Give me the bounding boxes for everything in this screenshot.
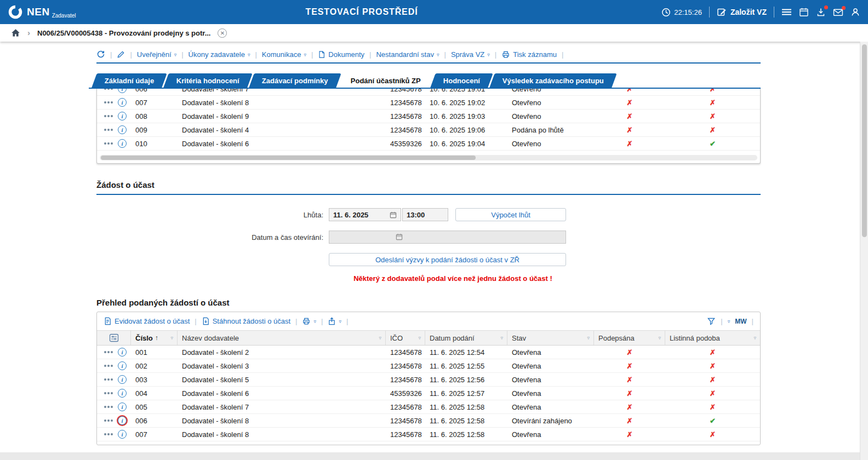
table-row: i001Dodavatel - školení 21234567811. 6. … — [97, 346, 760, 359]
cell-datum-podani: 11. 6. 2025 12:57 — [425, 389, 507, 398]
cell-cislo: 006 — [131, 417, 178, 425]
print-table-button[interactable]: ▿ — [302, 317, 316, 325]
info-button[interactable]: i — [118, 403, 127, 411]
mail-icon[interactable] — [833, 8, 843, 17]
filter-caret-icon[interactable]: ▿ — [379, 335, 381, 341]
tab-4-active[interactable]: Podání účastníků ZP — [338, 73, 433, 88]
tab-1[interactable]: Základní údaje — [92, 73, 167, 88]
tab-label: Základní údaje — [105, 77, 154, 85]
nen-logo[interactable]: NEN Zadavatel — [8, 4, 76, 20]
record-action-5[interactable]: Nestandardní stav▿ — [376, 50, 439, 59]
request-form: Lhůta: 11. 6. 2025 13:00 Výpočet lhůt Da… — [96, 208, 761, 266]
info-button-highlighted[interactable]: i — [118, 416, 127, 425]
create-vz-button[interactable]: Založit VZ — [717, 7, 767, 17]
home-icon[interactable] — [11, 28, 20, 37]
filter-icon[interactable] — [707, 317, 716, 325]
more-actions-button[interactable] — [104, 390, 113, 396]
cell-nazev-dodavatele: Dodavatel - školení 7 — [178, 403, 386, 411]
record-action-3[interactable]: Komunikace▿ — [262, 50, 306, 59]
deadline-time-input[interactable]: 13:00 — [402, 208, 448, 221]
info-button[interactable]: i — [118, 389, 127, 398]
more-actions-button[interactable] — [104, 376, 113, 383]
table-settings-button[interactable] — [97, 331, 131, 345]
more-actions-button[interactable] — [104, 89, 113, 92]
download-requests-button[interactable]: Stáhnout žádosti o účast — [202, 317, 290, 325]
register-request-button[interactable]: Evidovat žádost o účast — [104, 317, 190, 325]
calendar-icon[interactable] — [799, 7, 809, 17]
close-record-icon[interactable]: ✕ — [218, 28, 227, 38]
cross-icon: ✗ — [710, 376, 716, 384]
user-icon[interactable] — [850, 7, 860, 17]
cross-icon: ✗ — [627, 140, 633, 148]
more-actions-button[interactable] — [104, 363, 113, 369]
info-button[interactable]: i — [118, 375, 127, 384]
table-row: i009Dodavatel - školení 41234567810. 6. … — [97, 123, 760, 137]
calendar-picker-icon[interactable] — [390, 211, 397, 219]
download-requests-label: Stáhnout žádosti o účast — [213, 317, 290, 325]
view-code[interactable]: MW — [735, 318, 746, 325]
info-button[interactable]: i — [118, 125, 127, 134]
column-header-datum[interactable]: Datum podání ▿ — [425, 331, 507, 345]
tab-label: Podání účastníků ZP — [351, 77, 421, 85]
separator: | — [495, 50, 496, 59]
view-chevron-icon[interactable]: ▿ — [728, 319, 730, 324]
send-invitation-button[interactable]: Odeslání výzvy k podání žádosti o účast … — [329, 253, 566, 266]
more-actions-button[interactable] — [104, 127, 113, 133]
column-header-listinna[interactable]: Listinná podoba ▿ — [665, 331, 760, 345]
more-actions-button[interactable] — [104, 431, 113, 438]
download-icon[interactable] — [816, 7, 826, 17]
filter-caret-icon[interactable]: ▿ — [500, 335, 503, 341]
export-table-button[interactable]: ▿ — [328, 317, 341, 325]
filter-caret-icon[interactable]: ▿ — [587, 335, 590, 341]
breadcrumb-record[interactable]: N006/25/V00005438 - Provozování prodejny… — [37, 29, 210, 37]
filter-caret-icon[interactable]: ▿ — [418, 335, 421, 341]
info-button[interactable]: i — [118, 112, 127, 120]
record-action-4[interactable]: Dokumenty — [318, 50, 364, 59]
tab-5[interactable]: Hodnocení — [430, 73, 493, 88]
filter-caret-icon[interactable]: ▿ — [753, 335, 756, 341]
tab-6[interactable]: Výsledek zadávacího postupu — [489, 73, 616, 88]
cell-listinna-podoba: ✗ — [665, 112, 760, 120]
compute-deadlines-button[interactable]: Výpočet lhůt — [455, 208, 566, 221]
chevron-down-icon: ▿ — [339, 319, 341, 324]
deadline-date-input[interactable]: 11. 6. 2025 — [329, 208, 401, 221]
table-header-row: Číslo ↑ ▿ Název dodavatele ▿ IČO ▿ Datum… — [97, 330, 760, 346]
info-button[interactable]: i — [118, 139, 127, 148]
column-header-cislo[interactable]: Číslo ↑ ▿ — [131, 331, 178, 345]
history-icon[interactable] — [96, 50, 105, 59]
info-button[interactable]: i — [118, 89, 127, 93]
horizontal-scrollbar[interactable] — [100, 155, 757, 160]
menu-icon[interactable] — [781, 8, 792, 16]
app-header: NEN Zadavatel TESTOVACÍ PROSTŘEDÍ 22:15:… — [0, 0, 868, 24]
column-header-podepsana[interactable]: Podepsána ▿ — [594, 331, 665, 345]
opening-datetime-input[interactable] — [329, 231, 566, 244]
more-actions-button[interactable] — [104, 417, 113, 424]
table-row: i007Dodavatel - školení 81234567811. 6. … — [97, 428, 760, 441]
more-actions-button[interactable] — [104, 349, 113, 355]
filter-caret-icon[interactable]: ▿ — [658, 335, 661, 341]
vertical-scrollbar[interactable] — [860, 42, 868, 460]
duplicate-request-warning: Některý z dodavatelů podal více než jedn… — [334, 274, 572, 283]
column-header-nazev[interactable]: Název dodavatele ▿ — [178, 331, 386, 345]
record-action-7[interactable]: Tisk záznamu — [501, 50, 557, 59]
info-button[interactable]: i — [118, 98, 127, 107]
more-actions-button[interactable] — [104, 140, 113, 147]
record-action-1[interactable]: Uveřejnění▿ — [137, 50, 176, 59]
info-button[interactable]: i — [118, 430, 127, 439]
cell-nazev-dodavatele: Dodavatel - školení 2 — [178, 348, 386, 357]
info-button[interactable]: i — [118, 361, 127, 370]
filter-caret-icon[interactable]: ▿ — [170, 335, 173, 341]
record-action-6[interactable]: Správa VZ▿ — [451, 50, 490, 59]
more-actions-button[interactable] — [104, 404, 113, 410]
vertical-scrollbar-thumb[interactable] — [862, 44, 867, 237]
record-action-2[interactable]: Úkony zadavatele▿ — [189, 50, 250, 59]
horizontal-scrollbar-thumb[interactable] — [101, 156, 476, 160]
edit-icon[interactable] — [117, 50, 125, 59]
column-header-ico[interactable]: IČO ▿ — [386, 331, 425, 345]
more-actions-button[interactable] — [104, 99, 113, 106]
info-button[interactable]: i — [118, 348, 127, 357]
more-actions-button[interactable] — [104, 113, 113, 119]
column-header-stav[interactable]: Stav ▿ — [507, 331, 594, 345]
tab-2[interactable]: Kritéria hodnocení — [164, 73, 253, 88]
tab-3[interactable]: Zadávací podmínky — [249, 73, 341, 88]
